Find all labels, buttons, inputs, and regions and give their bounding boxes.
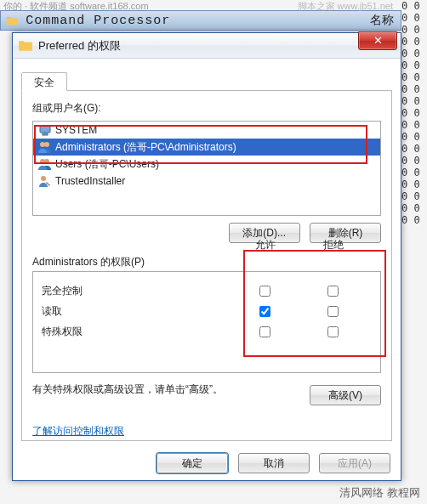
principal-row[interactable]: Users (浩哥-PC\Users) xyxy=(33,156,380,173)
security-panel: 组或用户名(G): SYSTEMAdministrators (浩哥-PC\Ad… xyxy=(21,91,392,441)
cmd-processor-label: Command Processor xyxy=(26,14,170,28)
principal-label: SYSTEM xyxy=(55,124,97,136)
permission-name: 读取 xyxy=(42,305,62,317)
tab-security[interactable]: 安全 xyxy=(21,72,67,91)
users-group-icon xyxy=(38,140,52,154)
close-icon: ✕ xyxy=(373,34,383,47)
svg-point-3 xyxy=(44,142,49,147)
permission-row: 完全控制 xyxy=(42,280,372,301)
advanced-hint-text: 有关特殊权限或高级设置，请单击“高级”。 xyxy=(32,382,253,397)
folder-icon xyxy=(6,14,18,26)
watermark-top-right: 脚本之家 www.jb51.net xyxy=(298,0,393,13)
ok-button[interactable]: 确定 xyxy=(157,453,228,473)
help-link[interactable]: 了解访问控制和权限 xyxy=(32,425,124,437)
permission-row: 特殊权限 xyxy=(42,321,372,342)
tab-security-label: 安全 xyxy=(34,76,54,88)
watermark-top-left: 你的 · 软件频道 software.it168.com xyxy=(3,0,149,13)
deny-checkbox[interactable] xyxy=(327,286,339,297)
svg-point-6 xyxy=(41,176,46,181)
principal-label: TrustedInstaller xyxy=(55,175,125,187)
explorer-address-bar: Command Processor 名称 xyxy=(0,10,401,31)
permission-name: 特殊权限 xyxy=(42,326,83,337)
perm-header-allow: 允许 xyxy=(231,238,299,252)
user-wrench-icon xyxy=(38,174,52,188)
column-header-name: 名称 xyxy=(370,13,394,28)
cancel-button[interactable]: 取消 xyxy=(238,453,310,473)
group-or-users-label: 组或用户名(G): xyxy=(32,101,381,116)
principal-row[interactable]: TrustedInstaller xyxy=(33,173,380,190)
computer-icon xyxy=(38,123,52,137)
close-button[interactable]: ✕ xyxy=(358,31,397,50)
permissions-dialog: Preferred 的权限 ✕ 安全 组或用户名(G): SYSTEMAdmin… xyxy=(12,32,401,481)
svg-point-5 xyxy=(44,159,49,164)
principal-label: Users (浩哥-PC\Users) xyxy=(55,158,159,170)
principal-label: Administrators (浩哥-PC\Administrators) xyxy=(55,141,236,153)
watermark-bottom: 清风网络 教程网 xyxy=(339,485,420,501)
deny-checkbox[interactable] xyxy=(327,306,339,317)
deny-checkbox[interactable] xyxy=(327,326,339,337)
advanced-button[interactable]: 高级(V) xyxy=(310,385,381,405)
permissions-for-label: Administrators 的权限(P) xyxy=(32,256,145,268)
principals-listbox[interactable]: SYSTEMAdministrators (浩哥-PC\Administrato… xyxy=(32,121,381,216)
svg-rect-0 xyxy=(40,126,50,133)
perm-header-deny: 拒绝 xyxy=(299,238,367,252)
allow-checkbox[interactable] xyxy=(259,306,270,317)
principal-row[interactable]: Administrators (浩哥-PC\Administrators) xyxy=(33,139,380,156)
principal-row[interactable]: SYSTEM xyxy=(33,122,380,139)
dialog-folder-icon xyxy=(18,38,33,52)
permissions-box: 完全控制读取特殊权限 xyxy=(32,271,381,373)
apply-button[interactable]: 应用(A) xyxy=(319,453,390,473)
titlebar[interactable]: Preferred 的权限 ✕ xyxy=(13,33,401,59)
allow-checkbox[interactable] xyxy=(259,286,270,297)
dialog-title: Preferred 的权限 xyxy=(38,38,121,54)
svg-rect-1 xyxy=(43,133,48,135)
allow-checkbox[interactable] xyxy=(259,326,270,337)
dialog-button-row: 确定 取消 应用(A) xyxy=(13,453,401,473)
permission-name: 完全控制 xyxy=(42,285,83,297)
permission-row: 读取 xyxy=(42,301,372,321)
tab-strip: 安全 xyxy=(21,71,392,91)
users-group-icon xyxy=(38,157,52,171)
hex-column: 0 0 0 0 0 0 0 0 0 0 0 0 0 0 0 0 0 0 0 0 … xyxy=(401,0,427,504)
